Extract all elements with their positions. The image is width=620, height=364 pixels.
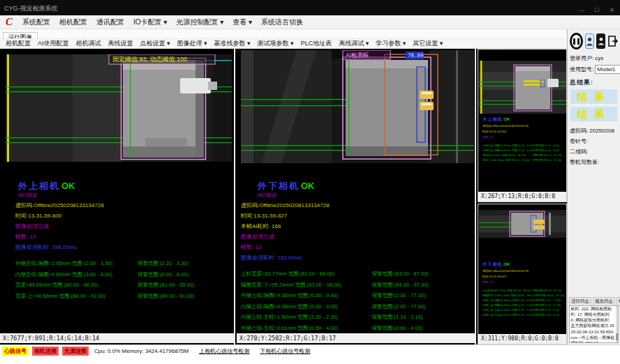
minimize-button[interactable]: — (579, 7, 584, 13)
close-button[interactable]: ✕ (610, 7, 614, 13)
status-ok-badge: OK (301, 181, 315, 191)
user-icon-dark (598, 37, 605, 45)
operator-mode-button[interactable] (585, 33, 594, 49)
barcode-line: 虚拟码:Offliine20250208133134728 (482, 124, 570, 128)
menu-item-light-control-config[interactable]: 光源控制配置 ▾ (176, 17, 223, 27)
mes-subtitle: MES数据 (258, 192, 471, 199)
app-logo-icon: C (6, 17, 13, 27)
camera-title-mini: 外上相机OK (482, 116, 570, 123)
thumbnail-image-upper[interactable] (479, 61, 566, 114)
ai-box-label: AI检测框 (346, 52, 369, 59)
virtual-code-value: 20250208 (589, 128, 614, 134)
log-scrollbar-thumb[interactable] (616, 333, 618, 340)
menu-item-system-config[interactable]: 系统配置 (22, 17, 50, 27)
main-area: 固定阈值:93, 动态阈值:100 外上相机OK MES数据 虚拟码:Offli… (0, 49, 620, 344)
camera-name: 外上相机 (482, 117, 503, 122)
toolbar-offline-debug[interactable]: 离线调试 ▾ (339, 39, 369, 48)
measurement-row: 上料宽度=83.77mm 范围:(82.00 - 88.00)报警范围:(83.… (241, 271, 471, 278)
pixel-readout-lower: X:270;Y:2502;R:17;G:17;B:17 (237, 333, 475, 343)
process-elapsed-line: 图像处理耗时: 298.00ms (15, 243, 230, 251)
toolbar-image-processing[interactable]: 图像处理 ▾ (177, 39, 207, 48)
log-scrollbar[interactable] (616, 306, 618, 342)
menu-item-io-config[interactable]: IO卡配置 ▾ (133, 17, 167, 27)
virtual-code-row: 虚拟码: 20250208 (568, 124, 620, 135)
toolbar-test-item-params[interactable]: 测试项参数 ▾ (258, 39, 294, 48)
toolbar-plc-address-table[interactable]: PLC地址表 (301, 39, 332, 48)
pixel-readout-thumb-upper: X:267;Y:13;R:0;G:0;B:0 (478, 192, 566, 202)
measurement-row: 外侧主线-隔圈=2.95mm 范围:(2.00 - 3.50)报警范围:(2.2… (482, 144, 570, 147)
login-user-value: cys (595, 55, 603, 61)
measurement-row: 宽度-上=90.56mm 范围:(88.00 - 92.00)报警范围:(89.… (15, 293, 230, 300)
measurement-row: 内侧主线-隔圈=4.60mm 范围:(3.00 - 6.00)报警范围:(0.0… (15, 271, 230, 278)
needle-number-label: 卷针号: (570, 137, 588, 145)
camera-title-mini: 外下相机OK (482, 261, 570, 268)
lower-camera-heartbeat-link[interactable]: 下相机心跳信号检测 (260, 347, 310, 355)
menu-item-camera-config[interactable]: 相机配置 (59, 17, 87, 27)
barcode-line: 虚拟码:Offliine20250208133134728 (482, 269, 570, 273)
menu-item-language-switch[interactable]: 系统语言切换 (261, 17, 303, 27)
measurement-row: 内侧上线-主线=1.90mm 范围:(1.00 - 2.20)报警范围:(1.1… (482, 308, 570, 312)
cpu-memory-readout: Cpu: 0.0% Memory: 3424.41796875M (94, 348, 189, 354)
toolbar-other-settings[interactable]: 其它设置 ▾ (413, 39, 443, 48)
camera-panel-upper: 固定阈值:93, 动态阈值:100 外上相机OK MES数据 虚拟码:Offli… (0, 49, 235, 344)
toolbar-camera-debug[interactable]: 相机调试 (76, 39, 101, 48)
menu-bar: C 系统配置 相机配置 通讯配置 IO卡配置 ▾ 光源控制配置 ▾ 查看 ▾ 系… (0, 15, 620, 29)
model-label: 使用型号: (570, 66, 593, 73)
measurement-row: 外侧上线-主线=2.61mm 范围:(0.60 - 4.00)报警范围:(0.6… (482, 313, 570, 317)
menu-item-view[interactable]: 查看 ▾ (232, 17, 252, 27)
log-output-box[interactable]: 耗时: 222, 网络检图耗时: 17, 网络分图耗时: 0, 网络获取分图耗时… (569, 305, 619, 343)
process-done-line: 图像处理完成 (15, 222, 230, 230)
threshold-overlay-label: 固定阈值:93, 动态阈值:100 (112, 56, 187, 63)
toolbar-spotcheck-setting[interactable]: 点检设置 ▾ (140, 39, 170, 48)
status-ok-badge: OK (61, 181, 75, 191)
pause-icon (573, 38, 575, 45)
pixel-readout-thumb-lower: X:311;Y:980;R:0;G:0;B:0 (478, 334, 566, 344)
log-text: 耗时: 222, 网络检图耗时: 17, 网络分图耗时: 0, 网络获取分图耗时… (570, 306, 617, 343)
thumbnail-image-lower[interactable] (479, 210, 566, 238)
thumbnail-column: 外上相机OK 虚拟码:Offliine20250208133134728 时间:… (478, 49, 567, 344)
measurement-row: 外侧主线-隔圈=2.95mm 范围:(2.00 - 3.50)报警范围:(2.2… (15, 260, 230, 267)
toolbar-learning-params[interactable]: 学习参数 ▾ (376, 39, 406, 48)
toolbar-ai-usage-config[interactable]: AI使用配置 (38, 39, 69, 48)
camera-image-lower[interactable]: AI检测框 78.89 (241, 50, 474, 163)
ai-elapsed-line: 本帧AI耗时: 166 (241, 222, 471, 230)
measurement-list-mini: 外侧主线-隔圈=2.95mm 范围:(2.00 - 3.50)报警范围:(2.2… (482, 144, 570, 162)
measurement-row: 宽度-上=90.56mm 范围:(88.00 - 92.00)报警范围:(89.… (482, 158, 570, 162)
result-text-lower: 外下相机OK MES数据 虚拟码:Offliine202502081331347… (241, 180, 471, 335)
exit-button[interactable] (607, 33, 619, 49)
toolbar-baseline-params[interactable]: 基准线参数 ▾ (214, 39, 251, 48)
barcode-line: 虚拟码:Offliine20250208133134728 (15, 202, 230, 209)
login-user-label: 登录用户: (570, 54, 593, 62)
user-icon (586, 37, 593, 46)
model-select[interactable]: Model1 (595, 65, 620, 74)
measurement-row: 隔圈宽度-下=95.24mm 范围:(93.00 - 98.00)报警范围:(9… (482, 294, 570, 297)
measurement-list-lower: 上料宽度=83.77mm 范围:(82.00 - 88.00)报警范围:(83.… (241, 271, 471, 332)
maximize-button[interactable]: ☐ (595, 7, 600, 13)
toolbar-offline-setting[interactable]: 离线设置 (108, 39, 133, 48)
measurement-list-upper: 外侧主线-隔圈=2.95mm 范围:(2.00 - 3.50)报警范围:(2.2… (15, 260, 230, 300)
camera-panel-lower: AI检测框 78.89 外下相机OK MES数据 虚拟码:Offliine202… (237, 49, 476, 344)
pause-button[interactable] (570, 33, 583, 50)
admin-mode-button[interactable] (596, 33, 605, 49)
menu-item-comm-config[interactable]: 通讯配置 (96, 17, 124, 27)
qrcode-label: 二维码: (570, 148, 588, 156)
camera-image-upper[interactable]: 固定阈值:93, 动态阈值:100 (6, 54, 232, 162)
thumbnail-panel-upper: 外上相机OK 虚拟码:Offliine20250208133134728 时间:… (478, 49, 567, 202)
result-indicator-upper: 结果 (570, 89, 617, 104)
measurement-row: 宽度=83.05mm 范围:(80.00 - 86.00)报警范围:(81.00… (15, 282, 230, 289)
camera-title-upper: 外上相机OK (18, 180, 230, 192)
ai-score-tag: 78.89 (408, 52, 424, 59)
tab-strip: 运行图像 (0, 29, 620, 38)
upper-camera-heartbeat-link[interactable]: 上相机心跳信号检测 (199, 347, 249, 355)
camera-name: 外上相机 (18, 181, 60, 191)
measurement-row: 外侧上线-主线=2.61mm 范围:(0.60 - 4.00)报警范围:(0.6… (241, 325, 471, 332)
measurement-row: 宽度=83.05mm 范围:(80.00 - 86.00)报警范围:(81.00… (482, 153, 570, 157)
measurement-list-mini: 上料宽度=83.77mm 范围:(82.00 - 88.00)报警范围:(83.… (482, 289, 570, 317)
status-ok-badge: OK (503, 262, 510, 267)
measurement-row: 外侧上线-隔圈=4.38mm 范围:(0.00 - 9.00)报警范围:(2.0… (241, 292, 471, 299)
camera-name: 外下相机 (482, 262, 503, 267)
write-count-label: 整机写数量: (570, 158, 599, 166)
toolbar-camera-config[interactable]: 相机配置 (6, 39, 31, 48)
frame-count-line: 帧数: 13 (482, 280, 570, 285)
result-text-upper: 外上相机OK MES数据 虚拟码:Offliine202502081331347… (15, 180, 230, 303)
